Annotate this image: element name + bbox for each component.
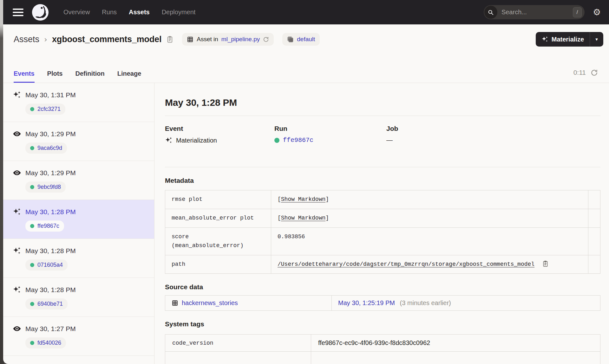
copy-path-icon[interactable]: [542, 260, 549, 267]
breadcrumb-row: Assets › xgboost_comments_model Asset in…: [3, 24, 609, 54]
system-tags-heading: System tags: [165, 320, 600, 328]
metadata-extra-cell: [588, 255, 600, 274]
metadata-key: path: [165, 255, 271, 274]
dagster-app-window: OverviewRunsAssetsDeployment / ⚙ Assets …: [3, 0, 609, 364]
system-tag-value: ffe9867c-ec9c-4f06-939c-f8dc830c0962: [311, 335, 600, 352]
asset-group-link[interactable]: default: [297, 36, 315, 43]
metadata-value: /Users/odetteharary/code/dagster/tmp_0mz…: [271, 255, 588, 274]
materialize-sparkle-icon: [541, 36, 548, 43]
event-timestamp: May 30, 1:29 PM: [25, 169, 76, 177]
asset-group-badge: default: [282, 33, 320, 46]
event-list-item[interactable]: May 30, 1:29 PM 9aca6c9d: [3, 122, 154, 161]
metadata-link[interactable]: Show Markdown: [281, 215, 325, 221]
asset-name-title: xgboost_comments_model: [52, 35, 161, 44]
materialization-icon: [13, 246, 21, 255]
run-id-badge[interactable]: 9ebc9fd8: [25, 182, 66, 193]
metadata-row: mean_absolute_error plot [Show Markdown]: [165, 209, 600, 227]
run-id-badge[interactable]: 071605a4: [25, 259, 68, 271]
metadata-row: path /Users/odetteharary/code/dagster/tm…: [165, 255, 600, 274]
event-column-label: Event: [165, 125, 274, 132]
event-list-item[interactable]: May 30, 1:28 PM ffe9867c: [3, 200, 154, 239]
breadcrumb-separator: ›: [44, 35, 47, 44]
divider: [165, 116, 600, 116]
hamburger-menu-icon[interactable]: [13, 9, 23, 16]
event-overview-row: Event Materialization Run: [165, 125, 600, 144]
run-id-badge[interactable]: 6940be71: [25, 298, 68, 310]
refresh-icon[interactable]: [591, 69, 598, 76]
event-timestamp: May 30, 1:28 PM: [25, 208, 76, 216]
metadata-key: score (mean_absolute_error): [165, 227, 271, 255]
run-status-dot: [30, 224, 34, 228]
run-id-badge[interactable]: 2cfc3271: [25, 104, 65, 115]
materialize-button-label: Materialize: [552, 36, 584, 43]
asset-tab[interactable]: Lineage: [117, 70, 141, 83]
top-navbar: OverviewRunsAssetsDeployment / ⚙: [3, 0, 609, 24]
event-list-item[interactable]: May 30, 1:31 PM 2cfc3271: [3, 83, 154, 122]
run-status-dot: [30, 302, 34, 306]
asset-tabs-row: EventsPlotsDefinitionLineage 0:11: [3, 54, 609, 83]
run-id-badge[interactable]: fd540026: [25, 337, 66, 348]
search-input[interactable]: [497, 9, 573, 16]
source-data-row: hackernews_stories May 30, 1:25:19 PM (3…: [165, 296, 600, 311]
run-status-dot: [274, 138, 279, 143]
run-id-badge[interactable]: ffe9867c: [25, 220, 64, 232]
nav-link[interactable]: Runs: [102, 9, 117, 16]
metadata-extra-cell: [588, 209, 600, 227]
metadata-link[interactable]: /Users/odetteharary/code/dagster/tmp_0mz…: [278, 261, 534, 267]
metadata-key: mean_absolute_error plot: [165, 209, 271, 227]
nav-link[interactable]: Deployment: [162, 9, 196, 16]
metadata-extra-cell: [588, 227, 600, 255]
run-id-link: 2cfc3271: [37, 106, 61, 112]
job-column-label: Job: [386, 125, 496, 132]
main-nav: OverviewRunsAssetsDeployment: [63, 9, 195, 16]
nav-link[interactable]: Overview: [63, 9, 90, 16]
system-tag-row: code_version ffe9867c-ec9c-4f06-939c-f8d…: [165, 335, 600, 352]
run-id-link: 071605a4: [37, 262, 63, 268]
materialize-dropdown-caret[interactable]: ▾: [590, 32, 603, 47]
event-timestamp: May 30, 1:29 PM: [25, 130, 76, 138]
run-status-dot: [30, 146, 34, 150]
event-list-item[interactable]: May 30, 1:28 PM 071605a4: [3, 239, 154, 278]
source-asset-link[interactable]: hackernews_stories: [182, 299, 238, 307]
event-detail-pane: May 30, 1:28 PM Event Materializatio: [154, 83, 609, 364]
asset-file-link[interactable]: ml_pipeline.py: [221, 36, 260, 43]
event-list-sidebar: May 30, 1:31 PM 2cfc3271: [3, 83, 154, 364]
run-column-label: Run: [274, 125, 386, 132]
divider: [165, 167, 600, 167]
copy-asset-name-icon[interactable]: [166, 36, 174, 43]
run-id-badge[interactable]: 9aca6c9d: [25, 143, 67, 154]
event-list-item[interactable]: May 30, 1:27 PM fd540026: [3, 317, 154, 356]
refresh-countdown: 0:11: [573, 69, 586, 76]
run-id-link: 9aca6c9d: [37, 145, 62, 151]
event-list-item[interactable]: May 30, 1:29 PM 9ebc9fd8: [3, 161, 154, 200]
global-search[interactable]: /: [484, 5, 585, 19]
settings-gear-icon[interactable]: ⚙: [593, 8, 601, 17]
asset-grid-icon: [187, 36, 193, 43]
dagster-logo[interactable]: [32, 4, 49, 21]
system-tag-row-clipped: [165, 352, 600, 364]
metadata-value: 0.983856: [271, 227, 588, 255]
run-id-link: 9ebc9fd8: [37, 184, 61, 190]
system-tags-table: code_version ffe9867c-ec9c-4f06-939c-f8d…: [165, 334, 600, 364]
asset-tab[interactable]: Definition: [75, 70, 105, 83]
observation-eye-icon: [13, 324, 21, 333]
metadata-row: rmse plot [Show Markdown]: [165, 190, 600, 209]
asset-tab[interactable]: Events: [14, 70, 35, 83]
metadata-link[interactable]: Show Markdown: [281, 196, 325, 202]
nav-link[interactable]: Assets: [129, 9, 150, 16]
breadcrumb-assets-link[interactable]: Assets: [14, 35, 39, 44]
asset-grid-icon: [172, 300, 178, 306]
source-data-heading: Source data: [165, 283, 600, 291]
event-list-item[interactable]: May 30, 1:28 PM 6940be71: [3, 278, 154, 317]
event-timestamp: May 30, 1:27 PM: [25, 325, 76, 333]
metadata-value: [Show Markdown]: [271, 209, 588, 227]
source-relative-time: (3 minutes earlier): [400, 299, 451, 306]
reload-code-location-icon[interactable]: [263, 36, 269, 42]
asset-tab[interactable]: Plots: [47, 70, 63, 83]
metadata-key: rmse plot: [165, 190, 271, 209]
observation-eye-icon: [13, 130, 21, 138]
run-id-link[interactable]: ffe9867c: [283, 137, 313, 144]
materialization-icon: [13, 91, 21, 99]
materialize-button[interactable]: Materialize: [536, 32, 590, 47]
source-timestamp-link[interactable]: May 30, 1:25:19 PM: [338, 299, 395, 306]
